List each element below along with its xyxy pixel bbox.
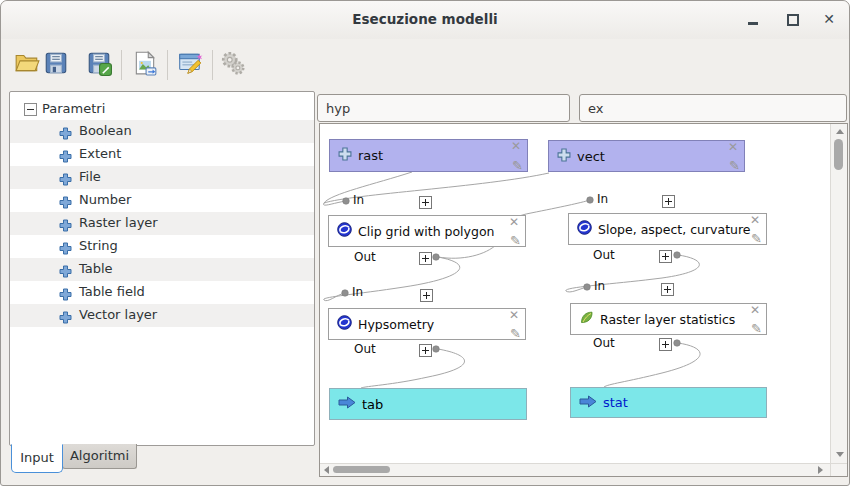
edit-node-icon[interactable]: ✎ [510,326,521,341]
collapse-expander-icon[interactable] [24,103,37,116]
expand-out-ports-button[interactable] [419,252,432,265]
vertical-scrollbar[interactable] [830,124,847,463]
tree-item-table-field[interactable]: Table field [10,281,314,304]
expand-out-ports-button[interactable] [659,338,672,351]
add-plus-icon [59,309,72,322]
tree-item-boolean[interactable]: Boolean [10,120,314,143]
parameter-node-vect[interactable]: vect ✕ ✎ [548,140,745,172]
algorithm-node-clip-grid[interactable]: Clip grid with polygon ✕ ✎ [328,215,526,247]
parameter-node-rast[interactable]: rast ✕ ✎ [329,139,528,172]
node-label: vect [577,149,605,164]
delete-node-icon[interactable]: ✕ [750,303,760,317]
close-button[interactable]: ✕ [819,9,839,29]
tree-item-number[interactable]: Number [10,189,314,212]
open-folder-icon [14,50,40,80]
out-port-label: Out [354,342,376,356]
tree-item-label: Extent [79,146,121,161]
tab-algoritmi[interactable]: Algoritmi [62,444,137,469]
horizontal-scrollbar-thumb[interactable] [333,466,390,473]
expand-in-ports-button[interactable] [419,196,432,209]
in-port-label: In [353,193,364,207]
save-floppy-icon [43,50,69,80]
algorithm-node-raster-layer-statistics[interactable]: Raster layer statistics ✕ ✎ [570,303,767,335]
delete-node-icon[interactable]: ✕ [750,213,760,227]
output-node-stat[interactable]: stat [570,387,767,418]
scroll-down-icon[interactable] [836,452,844,457]
save-as-floppy-pencil-icon [86,50,112,80]
save-model-button[interactable] [40,49,72,81]
edit-node-icon[interactable]: ✎ [510,233,521,248]
tree-item-extent[interactable]: Extent [10,143,314,166]
saga-icon [337,315,352,333]
tree-item-vector-layer[interactable]: Vector layer [10,304,314,327]
tree-item-file[interactable]: File [10,166,314,189]
tree-item-label: File [79,169,101,184]
window-title: Esecuzione modelli [1,11,849,27]
edit-node-icon[interactable]: ✎ [751,321,762,336]
tree-item-label: Table [79,261,113,276]
out-port-label: Out [354,250,376,264]
scrollbar-corner [830,463,847,476]
in-port-label: In [352,285,363,299]
scroll-left-icon[interactable] [324,466,329,474]
algorithm-node-slope-aspect-curvature[interactable]: Slope, aspect, curvature ✕ ✎ [568,213,767,245]
node-label: Slope, aspect, curvature [598,222,751,237]
tree-item-label: String [79,238,118,253]
add-plus-icon [59,125,72,138]
add-plus-icon [59,194,72,207]
model-name-field[interactable] [317,94,570,122]
node-label: Raster layer statistics [600,312,735,327]
run-algorithms-button[interactable] [217,49,249,81]
open-model-button[interactable] [11,49,43,81]
connection-lines [320,124,847,476]
minimize-button[interactable] [743,9,763,29]
add-plus-icon [59,148,72,161]
parameter-plus-icon [338,147,352,164]
tree-item-label: Vector layer [79,307,157,322]
save-model-as-button[interactable] [83,49,115,81]
node-label: stat [603,395,628,410]
scroll-right-icon[interactable] [818,466,823,474]
tree-item-table[interactable]: Table [10,258,314,281]
edit-node-icon[interactable]: ✎ [729,158,740,173]
output-node-tab[interactable]: tab [329,388,527,420]
expand-out-ports-button[interactable] [419,344,432,357]
tree-item-raster-layer[interactable]: Raster layer [10,212,314,235]
scroll-up-icon[interactable] [836,129,844,134]
expand-in-ports-button[interactable] [661,283,674,296]
saga-icon [337,222,352,240]
edit-node-icon[interactable]: ✎ [751,231,762,246]
tree-item-string[interactable]: String [10,235,314,258]
out-port-label: Out [593,248,615,262]
output-arrow-icon [579,395,597,411]
titlebar[interactable]: Esecuzione modelli ✕ [1,1,849,39]
expand-out-ports-button[interactable] [659,250,672,263]
node-label: Hypsometry [358,317,434,332]
edit-window-pencil-icon [177,50,203,80]
tree-item-label: Raster layer [79,215,158,230]
add-plus-icon [59,240,72,253]
delete-node-icon[interactable]: ✕ [509,215,519,229]
model-group-field[interactable] [579,94,847,122]
algorithm-node-hypsometry[interactable]: Hypsometry ✕ ✎ [328,308,526,340]
maximize-button[interactable] [782,9,802,29]
in-port-label: In [597,192,608,206]
gears-icon [220,50,246,80]
tab-input[interactable]: Input [11,444,63,473]
delete-node-icon[interactable]: ✕ [511,139,521,153]
tree-root-label: Parametri [42,101,105,116]
horizontal-scrollbar[interactable] [320,463,830,476]
delete-node-icon[interactable]: ✕ [728,140,738,154]
export-as-image-button[interactable] [129,49,161,81]
model-canvas[interactable]: rast ✕ ✎ vect ✕ ✎ In In Clip grid with p… [319,123,848,477]
add-plus-icon [59,263,72,276]
tree-root-parametri[interactable]: Parametri [10,98,314,120]
expand-in-ports-button[interactable] [662,195,675,208]
parameters-tree-panel: Parametri Boolean Extent File Number Ras… [9,91,315,446]
expand-in-ports-button[interactable] [420,289,433,302]
tree-item-label: Number [79,192,131,207]
edit-node-icon[interactable]: ✎ [512,158,523,173]
delete-node-icon[interactable]: ✕ [509,308,519,322]
vertical-scrollbar-thumb[interactable] [834,139,843,170]
edit-model-help-button[interactable] [174,49,206,81]
